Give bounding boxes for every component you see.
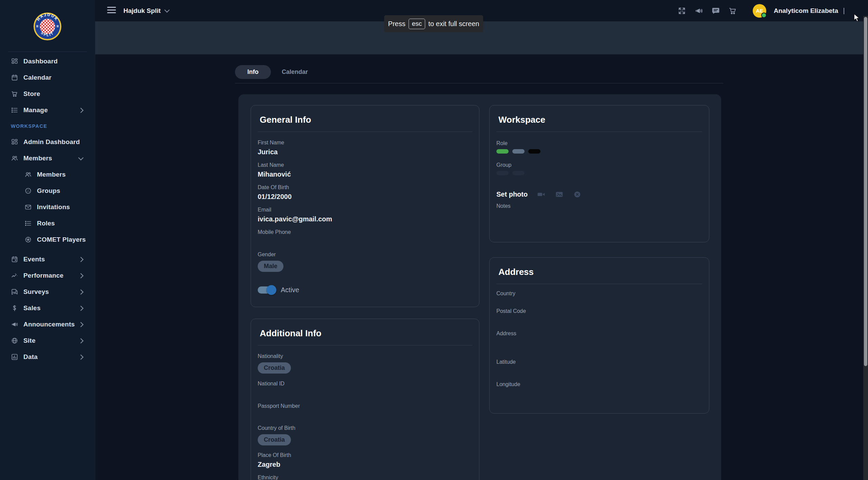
calendar-icon bbox=[11, 74, 18, 81]
envelope-icon bbox=[24, 203, 32, 211]
address-card: Address Country Postal Code Address Lati… bbox=[489, 257, 709, 414]
sidebar-item[interactable]: Invitations bbox=[0, 199, 95, 215]
sidebar-item[interactable]: Sales bbox=[0, 300, 95, 316]
sidebar-item-label: Dashboard bbox=[23, 58, 58, 65]
role-chip[interactable] bbox=[512, 149, 525, 154]
sidebar-item-label: COMET Players bbox=[37, 236, 86, 243]
tab-label: Info bbox=[248, 68, 259, 76]
field-label: First Name bbox=[258, 139, 472, 146]
field-label: Address bbox=[496, 330, 702, 337]
sidebar-item-label: Performance bbox=[23, 272, 63, 279]
tabs-divider bbox=[235, 83, 723, 83]
club-logo[interactable]: HAJDUK SPLIT bbox=[0, 0, 95, 47]
sidebar-item-label: Manage bbox=[23, 106, 48, 114]
fullscreen-icon[interactable] bbox=[677, 6, 686, 15]
sidebar-divider bbox=[8, 52, 87, 52]
sidebar: HAJDUK SPLIT Dashboard Calendar bbox=[0, 0, 95, 480]
sidebar-item-label: Announcements bbox=[23, 321, 75, 328]
active-toggle-row: Active bbox=[258, 284, 472, 296]
form-field: Country bbox=[496, 290, 702, 308]
form-field: National ID bbox=[258, 380, 472, 403]
toggle-knob bbox=[267, 285, 276, 295]
sidebar-item[interactable]: COMET Players bbox=[0, 232, 95, 248]
scrollbar-thumb[interactable] bbox=[864, 17, 867, 366]
remove-circle-icon[interactable] bbox=[573, 190, 581, 199]
sidebar-item[interactable]: Site bbox=[0, 333, 95, 349]
field-label: Email bbox=[258, 206, 472, 213]
workspace-card: Workspace Role Group Set photo Notes bbox=[489, 105, 709, 242]
chevron-icon bbox=[78, 273, 84, 278]
fullscreen-toast: Press esc to exit full screen bbox=[384, 15, 483, 32]
team-selector[interactable]: Hajduk Split bbox=[123, 0, 181, 21]
cart-icon[interactable] bbox=[728, 6, 737, 15]
video-camera-icon[interactable] bbox=[537, 190, 546, 199]
trend-icon bbox=[11, 272, 18, 279]
chat-icon bbox=[11, 288, 18, 296]
form-field: Longitude bbox=[496, 381, 702, 395]
user-menu-chevron[interactable] bbox=[844, 8, 844, 14]
notes-label: Notes bbox=[496, 203, 702, 209]
sidebar-item[interactable]: Roles bbox=[0, 215, 95, 232]
dashboard-icon bbox=[11, 58, 18, 65]
card-divider bbox=[258, 345, 472, 345]
list-icon bbox=[11, 106, 18, 114]
form-field: First Name Jurica bbox=[258, 139, 472, 162]
sidebar-item[interactable]: Dashboard bbox=[0, 53, 95, 69]
hamburger-menu-icon[interactable] bbox=[107, 7, 116, 14]
group-chip[interactable] bbox=[496, 171, 509, 175]
sidebar-item[interactable]: Groups bbox=[0, 183, 95, 199]
tab[interactable]: Info bbox=[235, 65, 271, 79]
field-value: ivica.pavic@gmail.com bbox=[258, 215, 472, 223]
people-icon bbox=[11, 155, 18, 162]
chevron-icon bbox=[78, 257, 84, 262]
card-title: General Info bbox=[260, 115, 472, 125]
role-chip[interactable] bbox=[528, 149, 540, 154]
form-field: Place Of Birth Zagreb bbox=[258, 452, 472, 474]
sidebar-item-label: Groups bbox=[37, 187, 60, 195]
field-label: Latitude bbox=[496, 359, 702, 365]
toast-text-prefix: Press bbox=[388, 20, 406, 28]
role-label: Role bbox=[496, 140, 702, 146]
chevron-icon bbox=[78, 354, 84, 360]
sidebar-section-label: WORKSPACE bbox=[0, 118, 95, 134]
group-chip[interactable] bbox=[512, 171, 525, 175]
form-field: Email ivica.pavic@gmail.com bbox=[258, 206, 472, 229]
card-title: Address bbox=[498, 267, 702, 277]
megaphone-icon[interactable] bbox=[694, 6, 703, 15]
set-photo-row: Set photo bbox=[496, 190, 702, 199]
vertical-scrollbar[interactable] bbox=[863, 16, 868, 480]
field-label: Nationality bbox=[258, 353, 472, 359]
field-label: Country bbox=[496, 290, 702, 297]
chevron-icon bbox=[78, 322, 84, 327]
role-chip[interactable] bbox=[496, 149, 509, 154]
user-menu-name[interactable]: Analyticom Elizabeta bbox=[774, 7, 838, 15]
user-avatar[interactable]: AE bbox=[753, 4, 766, 18]
groups-icon bbox=[24, 187, 32, 195]
form-field: Nationality Croatia bbox=[258, 353, 472, 380]
field-label: Longitude bbox=[496, 381, 702, 387]
sidebar-item[interactable]: Events bbox=[0, 251, 95, 267]
tab[interactable]: Calendar bbox=[275, 65, 315, 79]
sidebar-item-label: Roles bbox=[37, 220, 55, 227]
sidebar-item[interactable]: Announcements bbox=[0, 316, 95, 333]
field-label: National ID bbox=[258, 380, 472, 387]
sidebar-item[interactable]: Data bbox=[0, 349, 95, 365]
form-field: Latitude bbox=[496, 359, 702, 381]
sidebar-item[interactable]: Members bbox=[0, 166, 95, 183]
sidebar-item[interactable]: Surveys bbox=[0, 284, 95, 300]
role-chips bbox=[496, 149, 702, 154]
sidebar-item[interactable]: Performance bbox=[0, 267, 95, 284]
additional-info-fields: Nationality Croatia National ID Passport… bbox=[258, 353, 472, 480]
sidebar-item[interactable]: Manage bbox=[0, 102, 95, 118]
sidebar-item[interactable]: Calendar bbox=[0, 69, 95, 86]
active-toggle[interactable] bbox=[258, 286, 276, 294]
field-label: Date Of Birth bbox=[258, 184, 472, 191]
sidebar-item[interactable]: Store bbox=[0, 86, 95, 102]
sidebar-item-label: Site bbox=[23, 337, 36, 344]
image-icon[interactable] bbox=[555, 190, 564, 199]
sidebar-item[interactable]: Admin Dashboard bbox=[0, 134, 95, 150]
chat-icon[interactable] bbox=[711, 6, 720, 15]
card-divider bbox=[496, 132, 702, 132]
sidebar-item[interactable]: Members bbox=[0, 150, 95, 166]
chevron-down-icon bbox=[164, 7, 170, 13]
